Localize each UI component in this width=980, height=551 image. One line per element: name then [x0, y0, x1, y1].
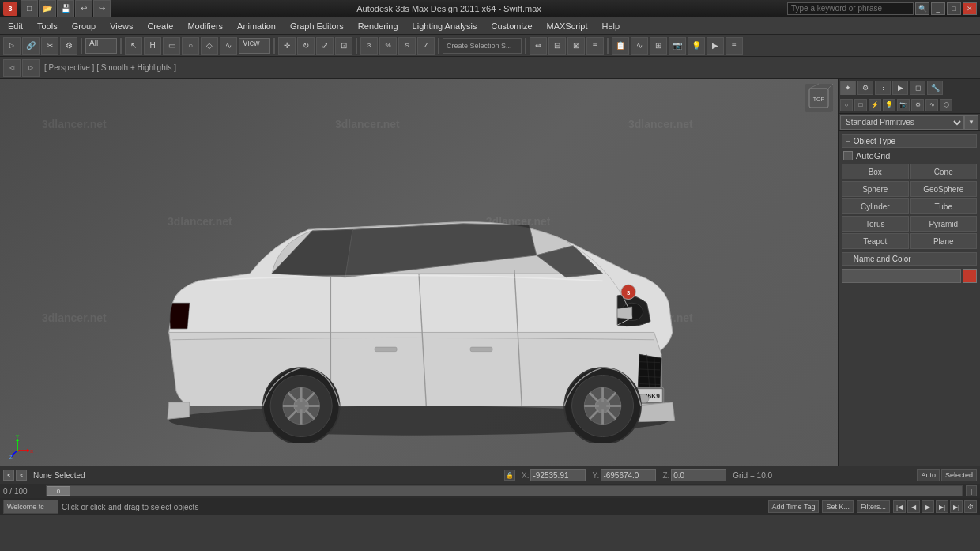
scale2-btn[interactable]: ⊡	[335, 37, 352, 55]
menu-tools[interactable]: Tools	[31, 18, 64, 34]
minimize-button[interactable]: _	[931, 2, 945, 15]
color-swatch[interactable]	[963, 269, 977, 283]
go-start-btn[interactable]: |◀	[893, 500, 906, 513]
align2-btn[interactable]: ⊠	[567, 37, 585, 55]
time-slider-track[interactable]: 0	[46, 485, 963, 496]
prev-frame-btn[interactable]: ◀	[907, 500, 920, 513]
percent-btn[interactable]: %	[379, 37, 397, 55]
undo-btn[interactable]: ↩	[75, 0, 92, 17]
primitive-geosphere[interactable]: GeoSphere	[910, 181, 978, 197]
move-btn[interactable]: ✛	[278, 37, 296, 55]
tab-modify[interactable]: ⚙	[858, 81, 873, 95]
ribbon-btn[interactable]: ≡	[726, 37, 743, 55]
x-value[interactable]: -92535.91	[530, 469, 586, 481]
menu-rendering[interactable]: Rendering	[352, 18, 405, 34]
align-btn[interactable]: ⊟	[548, 37, 566, 55]
z-value[interactable]: 0.0	[671, 469, 726, 481]
name-field[interactable]	[842, 269, 961, 283]
rect-select-btn[interactable]: ▭	[163, 37, 180, 55]
nav-cube[interactable]: TOP	[803, 82, 835, 114]
circle-select-btn[interactable]: ○	[182, 37, 199, 55]
open-btn[interactable]: 📂	[39, 0, 56, 17]
time-slider-thumb[interactable]: 0	[47, 486, 70, 496]
menu-lighting[interactable]: Lighting Analysis	[406, 18, 484, 34]
fence-select-btn[interactable]: ◇	[201, 37, 218, 55]
primitive-plane[interactable]: Plane	[910, 233, 978, 249]
primitive-cone[interactable]: Cone	[910, 164, 978, 179]
panel-icon-1[interactable]: ○	[840, 99, 853, 111]
add-time-tag-btn[interactable]: Add Time Tag	[768, 500, 820, 513]
search-button[interactable]: 🔍	[915, 2, 929, 15]
coord-lock-icon[interactable]: 🔒	[504, 470, 515, 481]
primitive-torus[interactable]: Torus	[842, 216, 909, 232]
menu-animation[interactable]: Animation	[231, 18, 282, 34]
key-btn-1[interactable]: s	[3, 470, 14, 481]
panel-icon-4[interactable]: 💡	[883, 99, 895, 111]
mirror-btn[interactable]: ⇔	[530, 37, 547, 55]
play-btn[interactable]: ▶	[922, 500, 934, 513]
camera-btn[interactable]: 📷	[669, 37, 686, 55]
light-btn[interactable]: 💡	[688, 37, 705, 55]
redo-btn[interactable]: ↪	[93, 0, 111, 17]
align3-btn[interactable]: ≡	[586, 37, 604, 55]
close-button[interactable]: ✕	[963, 2, 977, 15]
select-mode-btn[interactable]: ▷	[3, 37, 21, 55]
anim-end-btn[interactable]: |	[966, 485, 977, 496]
primitive-box[interactable]: Box	[842, 164, 909, 179]
name-color-collapse-icon[interactable]: −	[846, 255, 850, 263]
next-frame-btn[interactable]: ▶|	[936, 500, 948, 513]
lasso-select-btn[interactable]: ∿	[220, 37, 237, 55]
tab-hierarchy[interactable]: ⋮	[875, 81, 891, 95]
time-config-btn[interactable]: ⏱	[964, 500, 977, 513]
primitive-pyramid[interactable]: Pyramid	[910, 216, 978, 232]
tab-create[interactable]: ✦	[840, 81, 856, 95]
key-btn-2[interactable]: s	[16, 470, 27, 481]
menu-views[interactable]: Views	[104, 18, 139, 34]
rotate-btn[interactable]: ↻	[297, 37, 315, 55]
panel-icon-2[interactable]: □	[854, 99, 867, 111]
autogrid-checkbox[interactable]	[843, 151, 853, 160]
save-btn[interactable]: 💾	[57, 0, 74, 17]
menu-help[interactable]: Help	[596, 18, 627, 34]
primitive-cylinder[interactable]: Cylinder	[842, 198, 909, 214]
unlink-btn[interactable]: ✂	[41, 37, 58, 55]
panel-icon-6[interactable]: ⚙	[911, 99, 924, 111]
panel-icon-5[interactable]: 📷	[897, 99, 910, 111]
menu-group[interactable]: Group	[66, 18, 103, 34]
menu-maxscript[interactable]: MAXScript	[541, 18, 594, 34]
scatter-btn[interactable]: ⊞	[650, 37, 667, 55]
y-value[interactable]: -695674.0	[601, 469, 656, 481]
layer-btn[interactable]: 📋	[612, 37, 629, 55]
menu-edit[interactable]: Edit	[2, 18, 29, 34]
maximize-button[interactable]: □	[947, 2, 961, 15]
angle-btn[interactable]: ∠	[417, 37, 435, 55]
ref-coord-btn[interactable]: 3	[360, 37, 378, 55]
panel-icon-8[interactable]: ⬡	[940, 99, 952, 111]
bind-btn[interactable]: ⚙	[60, 37, 77, 55]
select-btn[interactable]: ↖	[125, 37, 142, 55]
new-btn[interactable]: □	[21, 0, 38, 17]
scale-btn[interactable]: ⤢	[316, 37, 334, 55]
primitives-dropdown-arrow[interactable]: ▼	[964, 115, 978, 130]
selection-filter[interactable]: All	[85, 38, 117, 54]
filters-btn[interactable]: Filters...	[857, 500, 890, 513]
search-input[interactable]	[787, 2, 914, 15]
snap-btn[interactable]: S	[398, 37, 416, 55]
curve-btn[interactable]: ∿	[631, 37, 648, 55]
viewport[interactable]: 3dlancer.net 3dlancer.net 3dlancer.net 3…	[0, 79, 838, 466]
menu-create[interactable]: Create	[141, 18, 179, 34]
tb2-prev-vp[interactable]: ◁	[3, 59, 21, 77]
primitive-tube[interactable]: Tube	[910, 198, 978, 214]
menu-modifiers[interactable]: Modifiers	[181, 18, 229, 34]
tb2-next-vp[interactable]: ▷	[22, 59, 40, 77]
link-btn[interactable]: 🔗	[22, 37, 40, 55]
selection-set-input[interactable]: Create Selection S...	[443, 38, 522, 54]
menu-customize[interactable]: Customize	[485, 18, 539, 34]
primitive-sphere[interactable]: Sphere	[842, 181, 909, 197]
anim-btn[interactable]: ▶	[707, 37, 724, 55]
select-name-btn[interactable]: H	[144, 37, 161, 55]
go-end-btn[interactable]: ▶|	[950, 500, 963, 513]
auto-btn[interactable]: Auto	[917, 469, 940, 481]
menu-graph-editors[interactable]: Graph Editors	[284, 18, 350, 34]
panel-icon-7[interactable]: ∿	[925, 99, 938, 111]
